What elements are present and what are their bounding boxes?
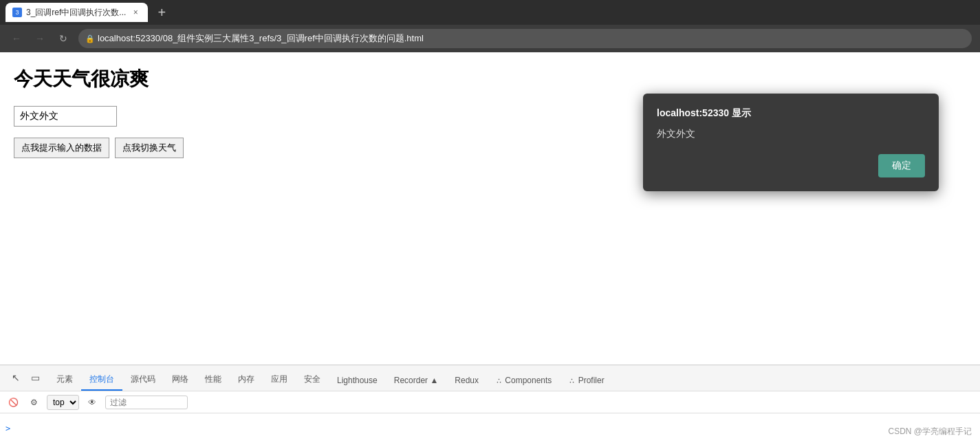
filter-input[interactable] <box>105 396 188 409</box>
browser-addressbar: ← → ↻ 🔒 <box>0 25 980 52</box>
dialog-title: localhost:52330 显示 <box>657 107 925 120</box>
tab-security[interactable]: 安全 <box>296 369 329 391</box>
page-title: 今天天气很凉爽 <box>14 66 966 92</box>
devtools-tab-bar: ↖ ▭ 元素 控制台 源代码 网络 性能 内存 应用 安全 Lighthouse… <box>0 365 980 391</box>
dialog-ok-button[interactable]: 确定 <box>878 154 925 177</box>
tab-profiler[interactable]: ⛬ Profiler <box>560 371 612 391</box>
tab-components[interactable]: ⛬ Components <box>487 371 560 391</box>
forward-button[interactable]: → <box>32 30 48 47</box>
tab-redux[interactable]: Redux <box>446 371 487 391</box>
settings-icon[interactable]: ⚙ <box>26 395 41 410</box>
tab-elements[interactable]: 元素 <box>48 369 81 391</box>
new-tab-button[interactable]: + <box>152 3 171 22</box>
reload-button[interactable]: ↻ <box>55 30 72 47</box>
console-area[interactable]: > <box>0 413 980 443</box>
watermark: CSDN @学亮编程手记 <box>888 426 972 437</box>
tab-title: 3_回调ref中回调执行次数... <box>26 7 126 19</box>
address-input[interactable] <box>78 29 972 48</box>
tab-lighthouse[interactable]: Lighthouse <box>329 371 386 391</box>
tab-recorder[interactable]: Recorder ▲ <box>386 371 447 391</box>
back-button[interactable]: ← <box>8 30 25 47</box>
context-select[interactable]: top <box>47 395 79 410</box>
devtools-toolbar: 🚫 ⚙ top 👁 <box>0 391 980 413</box>
tab-console[interactable]: 控制台 <box>81 369 122 391</box>
browser-titlebar: 3 3_回调ref中回调执行次数... × + <box>0 0 980 25</box>
show-input-button[interactable]: 点我提示输入的数据 <box>14 138 109 158</box>
eye-icon[interactable]: 👁 <box>85 395 100 410</box>
tab-sources[interactable]: 源代码 <box>122 369 164 391</box>
tab-application[interactable]: 应用 <box>263 369 296 391</box>
browser-dialog: localhost:52330 显示 外文外文 确定 <box>643 94 939 191</box>
tab-memory[interactable]: 内存 <box>230 369 263 391</box>
tab-favicon: 3 <box>12 8 22 17</box>
address-bar-wrapper: 🔒 <box>78 29 972 48</box>
console-prompt: > <box>6 424 10 433</box>
device-toolbar-icon[interactable]: ▭ <box>26 369 44 387</box>
text-input[interactable] <box>14 106 117 127</box>
devtools-panel: ↖ ▭ 元素 控制台 源代码 网络 性能 内存 应用 安全 Lighthouse… <box>0 365 980 443</box>
dialog-message: 外文外文 <box>657 128 925 140</box>
devtools-left-icons: ↖ ▭ <box>3 365 48 391</box>
browser-tab[interactable]: 3 3_回调ref中回调执行次数... × <box>6 3 148 22</box>
lock-icon: 🔒 <box>85 34 95 43</box>
element-picker-icon[interactable]: ↖ <box>7 369 25 387</box>
switch-weather-button[interactable]: 点我切换天气 <box>115 138 184 158</box>
tab-performance[interactable]: 性能 <box>197 369 230 391</box>
tab-network[interactable]: 网络 <box>164 369 197 391</box>
clear-console-icon[interactable]: 🚫 <box>6 395 21 410</box>
tab-close-button[interactable]: × <box>130 7 141 18</box>
page-content: 今天天气很凉爽 点我提示输入的数据 点我切换天气 localhost:52330… <box>0 52 980 365</box>
